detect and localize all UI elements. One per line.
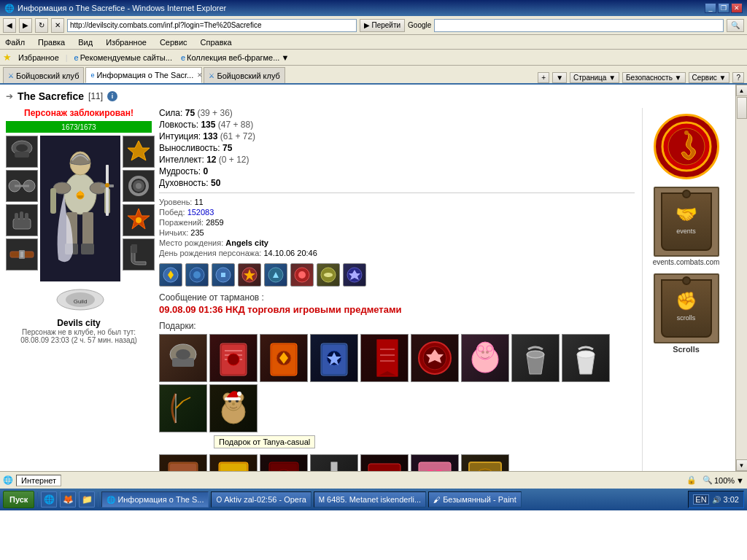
gift-item-r3-7[interactable] bbox=[461, 454, 509, 471]
svg-rect-24 bbox=[82, 212, 93, 249]
gift-item-6[interactable] bbox=[411, 334, 459, 382]
gift-item-3[interactable] bbox=[260, 334, 308, 382]
skill-icon-6[interactable] bbox=[290, 263, 314, 287]
svg-point-2 bbox=[16, 144, 28, 152]
svg-rect-26 bbox=[81, 244, 94, 254]
tab-close-1[interactable]: ✕ bbox=[197, 71, 202, 79]
gift-item-r3-6[interactable] bbox=[411, 454, 459, 471]
gift-tooltip: Подарок от Tanya-casual bbox=[214, 435, 315, 448]
zoom-chevron: ▼ bbox=[736, 476, 744, 485]
scroll-up-button[interactable]: ▲ bbox=[736, 85, 748, 96]
favorites-label[interactable]: Избранное bbox=[16, 52, 61, 63]
tabs-menu-button[interactable]: ▼ bbox=[552, 72, 567, 83]
favorites-bar: ★ Избранное | e Рекомендуемые сайты... e… bbox=[0, 50, 747, 66]
equip-belt[interactable] bbox=[6, 238, 38, 271]
menu-edit[interactable]: Правка bbox=[36, 37, 67, 47]
close-button[interactable]: ✕ bbox=[731, 3, 743, 13]
skill-icon-4[interactable] bbox=[238, 263, 261, 287]
back-button[interactable]: ◀ bbox=[3, 18, 16, 33]
skill-icon-3[interactable] bbox=[212, 263, 235, 287]
taskbar-icon-1[interactable]: 🌐 bbox=[41, 491, 57, 508]
combats-logo[interactable] bbox=[654, 114, 719, 179]
menu-file[interactable]: Файл bbox=[3, 37, 27, 47]
gift-item-r3-5[interactable]: ПОЗДРАВЛЯЮ bbox=[360, 454, 409, 471]
gift-item-r3-4[interactable] bbox=[310, 454, 358, 471]
equip-boots[interactable] bbox=[123, 238, 155, 271]
forward-button[interactable]: ▶ bbox=[19, 18, 32, 33]
gift-item-4[interactable] bbox=[310, 334, 358, 382]
menu-view[interactable]: Вид bbox=[76, 37, 95, 47]
skill-icon-5[interactable] bbox=[264, 263, 287, 287]
skills-row bbox=[159, 263, 635, 287]
gift-item-7[interactable] bbox=[461, 334, 509, 382]
svg-point-74 bbox=[487, 346, 492, 351]
info-level: Уровень: 11 bbox=[159, 198, 635, 206]
minimize-button[interactable]: _ bbox=[705, 3, 716, 13]
go-button[interactable]: ▶ Перейти bbox=[360, 19, 405, 32]
skill-icon-1[interactable] bbox=[159, 263, 182, 287]
gift-item-2[interactable] bbox=[209, 334, 258, 382]
equip-gloves[interactable] bbox=[6, 204, 38, 236]
page-scrollbar[interactable]: ▲ ▼ bbox=[735, 85, 747, 471]
tab-0[interactable]: ⚔ Бойцовский клуб bbox=[3, 67, 84, 83]
equip-shoulders[interactable] bbox=[6, 170, 38, 202]
equip-amulet[interactable] bbox=[123, 136, 155, 168]
char-header: ➔ The Sacrefice [11] i bbox=[6, 90, 729, 102]
gift-item-8[interactable] bbox=[511, 334, 560, 382]
menu-tools[interactable]: Сервис bbox=[158, 37, 190, 47]
zoom-control[interactable]: 🔍 100% ▼ bbox=[703, 475, 744, 485]
tray-lang: EN bbox=[693, 494, 708, 505]
restore-button[interactable]: ❐ bbox=[718, 3, 729, 13]
favorites-item-1[interactable]: e Рекомендуемые сайты... bbox=[72, 52, 174, 63]
address-input[interactable] bbox=[67, 19, 357, 32]
menu-help[interactable]: Справка bbox=[198, 37, 234, 47]
equip-helmet[interactable] bbox=[6, 136, 38, 168]
skill-icon-8[interactable] bbox=[343, 263, 366, 287]
search-button[interactable]: 🔍 bbox=[727, 19, 744, 32]
gift-item-bear[interactable] bbox=[209, 384, 258, 432]
gift-item-5[interactable] bbox=[360, 334, 409, 382]
tray-volume: 🔊 bbox=[712, 496, 721, 504]
taskbar-item-3[interactable]: 🖌 Безымянный - Paint bbox=[428, 491, 522, 508]
taskbar-item-2[interactable]: M 6485. Metanet iskenderli... bbox=[314, 491, 426, 508]
taskbar-item-1[interactable]: O Aktiv zal-02:56 - Opera bbox=[211, 491, 311, 508]
search-input[interactable] bbox=[434, 19, 724, 32]
refresh-button[interactable]: ↻ bbox=[35, 18, 48, 33]
equip-artifact[interactable] bbox=[123, 204, 155, 236]
gift-item-9[interactable] bbox=[562, 334, 610, 382]
tabs-bar: ⚔ Бойцовский клуб e Информация о The Sac… bbox=[0, 66, 747, 85]
service-button[interactable]: Сервис ▼ bbox=[689, 72, 730, 83]
info-icon[interactable]: i bbox=[107, 91, 117, 101]
favorites-item-2[interactable]: e Коллекция веб-фрагме... ▼ bbox=[179, 52, 291, 63]
guild-emblem[interactable]: Guild bbox=[51, 284, 109, 314]
tab-icon-2: ⚔ bbox=[209, 72, 214, 79]
events-banner[interactable]: 🤝 events bbox=[654, 187, 719, 257]
gift-item-1[interactable] bbox=[159, 334, 207, 382]
scroll-thumb[interactable] bbox=[737, 97, 747, 119]
svg-point-75 bbox=[481, 351, 484, 354]
add-tab-button[interactable]: + bbox=[538, 72, 549, 83]
taskbar-icon-3[interactable]: 📁 bbox=[79, 491, 95, 508]
tab-1[interactable]: e Информация о The Sacr... ✕ bbox=[85, 67, 202, 83]
skill-icon-7[interactable] bbox=[317, 263, 340, 287]
tab-2[interactable]: ⚔ Бойцовский клуб bbox=[204, 67, 285, 83]
char-name[interactable]: The Sacrefice bbox=[18, 90, 84, 102]
menu-favorites[interactable]: Избранное bbox=[104, 37, 149, 47]
gift-item-r3-3[interactable] bbox=[260, 454, 308, 471]
skill-icon-2[interactable] bbox=[185, 263, 209, 287]
scroll-down-button[interactable]: ▼ bbox=[736, 459, 748, 471]
svg-point-78 bbox=[528, 351, 543, 357]
gift-item-bow[interactable] bbox=[159, 384, 207, 432]
gift-item-r3-1[interactable]: 2007 bbox=[159, 454, 207, 471]
start-button[interactable]: Пуск bbox=[3, 491, 34, 508]
page-button[interactable]: Страница ▼ bbox=[570, 72, 619, 83]
stop-button[interactable]: ✕ bbox=[51, 18, 64, 33]
taskbar-item-0[interactable]: 🌐 Информация о The S... bbox=[101, 491, 209, 508]
taskbar-icon-2[interactable]: 🦊 bbox=[60, 491, 76, 508]
help-button[interactable]: ? bbox=[732, 72, 744, 83]
gift-item-r3-2[interactable] bbox=[209, 454, 258, 471]
scrolls-banner[interactable]: ✊ scrolls bbox=[654, 273, 719, 343]
security-button[interactable]: Безопасность ▼ bbox=[622, 72, 685, 83]
equip-bracers[interactable] bbox=[123, 170, 155, 202]
address-bar: ◀ ▶ ↻ ✕ ▶ Перейти Google 🔍 bbox=[0, 16, 747, 35]
